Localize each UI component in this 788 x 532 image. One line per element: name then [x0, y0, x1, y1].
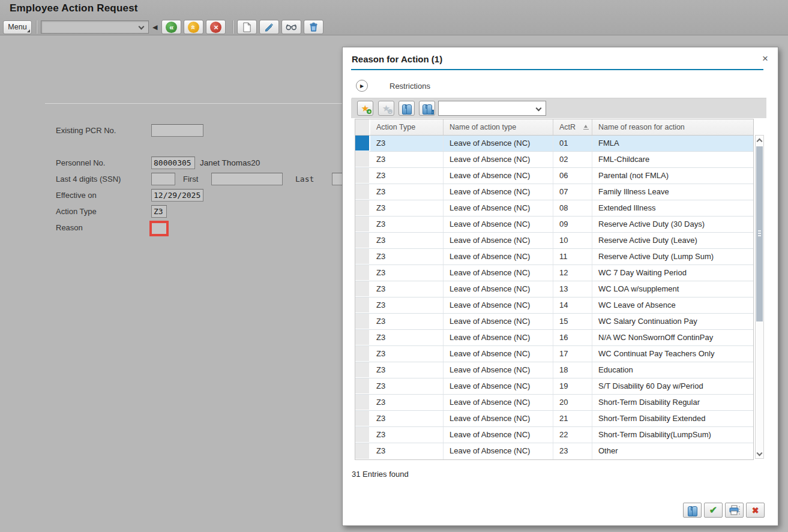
- cell-reason-name: WC 7 Day Waiting Period: [592, 265, 753, 281]
- exit-button[interactable]: «: [184, 20, 203, 34]
- cell-reason-name: Extended Illness: [592, 200, 753, 216]
- row-select-cell: [355, 168, 370, 184]
- first-name-input[interactable]: [211, 173, 283, 185]
- cell-action-type: Z3: [370, 281, 444, 297]
- table-row[interactable]: Z3Leave of Absence (NC)09Reserve Active …: [355, 217, 753, 233]
- table-row[interactable]: Z3Leave of Absence (NC)15WC Salary Conti…: [355, 314, 753, 330]
- cell-action-type: Z3: [370, 297, 444, 313]
- header-reason-name[interactable]: Name of reason for action: [592, 119, 753, 135]
- table-row[interactable]: Z3Leave of Absence (NC)06Parental (not F…: [355, 168, 753, 184]
- dialog-cancel-button[interactable]: ✖: [746, 503, 765, 518]
- table-row[interactable]: Z3Leave of Absence (NC)08Extended Illnes…: [355, 200, 753, 217]
- cell-action-type: Z3: [370, 233, 444, 248]
- scroll-down-icon[interactable]: [757, 450, 763, 456]
- printer-icon: [729, 505, 741, 516]
- table-row[interactable]: Z3Leave of Absence (NC)11Reserve Active …: [355, 249, 753, 265]
- table-row[interactable]: Z3Leave of Absence (NC)10Reserve Active …: [355, 233, 753, 249]
- cell-actr: 13: [553, 281, 592, 297]
- reason-input[interactable]: [149, 221, 169, 236]
- cell-reason-name: Short-Term Disability Regular: [592, 395, 753, 410]
- table-row[interactable]: Z3Leave of Absence (NC)19S/T Disability …: [355, 378, 753, 395]
- cell-action-name: Leave of Absence (NC): [444, 184, 553, 200]
- table-row[interactable]: Z3Leave of Absence (NC)21Short-Term Disa…: [355, 411, 753, 427]
- cell-reason-name: FMLA: [592, 136, 753, 151]
- ssn-label: Last 4 digits (SSN): [56, 175, 121, 184]
- cell-action-type: Z3: [370, 152, 444, 167]
- cell-action-name: Leave of Absence (NC): [444, 217, 553, 232]
- table-scrollbar[interactable]: [755, 135, 764, 459]
- trash-icon: [309, 22, 318, 32]
- row-select-cell: [355, 249, 370, 265]
- table-row[interactable]: Z3Leave of Absence (NC)07Family Illness …: [355, 184, 753, 200]
- cancel-button[interactable]: ×: [206, 20, 226, 34]
- row-select-cell: [355, 136, 370, 151]
- personnel-no-input[interactable]: [151, 157, 195, 169]
- menu-button[interactable]: Menu: [3, 20, 32, 34]
- cell-action-name: Leave of Absence (NC): [444, 168, 553, 184]
- change-button[interactable]: [259, 20, 279, 34]
- header-actr[interactable]: ActR: [553, 119, 592, 135]
- find-button[interactable]: [399, 101, 415, 116]
- effective-on-label: Effective on: [56, 191, 97, 200]
- cell-action-type: Z3: [370, 265, 444, 281]
- row-select-cell: [355, 346, 370, 362]
- table-row[interactable]: Z3Leave of Absence (NC)22Short-Term Disa…: [355, 427, 753, 443]
- table-row[interactable]: Z3Leave of Absence (NC)13WC LOA w/supple…: [355, 281, 753, 297]
- back-icon: «: [166, 22, 177, 33]
- star-add-icon: ★+: [361, 104, 369, 113]
- cell-action-name: Leave of Absence (NC): [444, 443, 553, 459]
- row-select-cell: [355, 362, 370, 378]
- table-row[interactable]: Z3Leave of Absence (NC)01FMLA: [355, 136, 753, 152]
- command-field[interactable]: [41, 20, 149, 34]
- existing-pcr-label: Existing PCR No.: [56, 126, 116, 135]
- cell-reason-name: Reserve Active Duty (Lump Sum): [592, 249, 753, 265]
- table-header-row: Action Type Name of action type ActR Nam…: [355, 119, 753, 136]
- table-row[interactable]: Z3Leave of Absence (NC)02FML-Childcare: [355, 152, 753, 168]
- table-row[interactable]: Z3Leave of Absence (NC)18Education: [355, 362, 753, 378]
- chevron-right-icon: ▶: [360, 83, 364, 89]
- dialog-find-button[interactable]: [683, 503, 702, 518]
- toolbar-divider: [36, 20, 37, 34]
- back-button[interactable]: «: [161, 20, 181, 34]
- close-icon[interactable]: ×: [762, 53, 768, 65]
- display-button[interactable]: [281, 20, 301, 34]
- row-select-cell: [355, 427, 370, 443]
- reason-for-action-dialog: Reason for Action (1) × ▶ Restrictions ★…: [342, 47, 778, 526]
- effective-on-input[interactable]: [151, 189, 203, 202]
- cell-reason-name: FML-Childcare: [592, 152, 753, 167]
- collapse-toolbar-icon[interactable]: ◀: [152, 23, 157, 31]
- cell-action-type: Z3: [370, 378, 444, 394]
- table-row[interactable]: Z3Leave of Absence (NC)20Short-Term Disa…: [355, 395, 753, 411]
- scrollbar-thumb[interactable]: [756, 146, 763, 321]
- personal-list-dropdown[interactable]: [438, 101, 546, 116]
- table-row[interactable]: Z3Leave of Absence (NC)12WC 7 Day Waitin…: [355, 265, 753, 281]
- table-row[interactable]: Z3Leave of Absence (NC)16N/A WC NonSworn…: [355, 330, 753, 346]
- delete-button[interactable]: [304, 20, 323, 34]
- binoculars-icon: [688, 506, 697, 515]
- find-next-button[interactable]: +: [419, 101, 435, 116]
- ssn-input[interactable]: [151, 173, 175, 185]
- cell-action-name: Leave of Absence (NC): [444, 378, 553, 394]
- dialog-print-button[interactable]: [725, 503, 744, 518]
- table-row[interactable]: Z3Leave of Absence (NC)17WC Continuat Pa…: [355, 346, 753, 362]
- cell-reason-name: WC Leave of Absence: [592, 297, 753, 313]
- restrictions-expander-button[interactable]: ▶: [356, 80, 368, 92]
- exit-icon: «: [188, 22, 199, 33]
- cell-action-type: Z3: [370, 330, 444, 345]
- table-row[interactable]: Z3Leave of Absence (NC)14WC Leave of Abs…: [355, 297, 753, 314]
- scroll-up-icon[interactable]: [757, 139, 763, 145]
- existing-pcr-input[interactable]: [151, 124, 203, 137]
- create-button[interactable]: [237, 20, 257, 34]
- cell-action-name: Leave of Absence (NC): [444, 346, 553, 362]
- header-action-name[interactable]: Name of action type: [444, 119, 553, 135]
- header-action-type[interactable]: Action Type: [370, 119, 444, 135]
- table-row[interactable]: Z3Leave of Absence (NC)23Other: [355, 443, 753, 459]
- cell-actr: 20: [553, 395, 592, 410]
- cell-actr: 06: [553, 168, 592, 184]
- row-select-cell: [355, 200, 370, 216]
- cell-reason-name: WC Continuat Pay Teachers Only: [592, 346, 753, 362]
- cell-actr: 14: [553, 297, 592, 313]
- add-personal-list-button[interactable]: ★+: [357, 101, 373, 116]
- action-type-input[interactable]: [151, 205, 167, 218]
- dialog-accept-button[interactable]: ✔: [704, 503, 723, 518]
